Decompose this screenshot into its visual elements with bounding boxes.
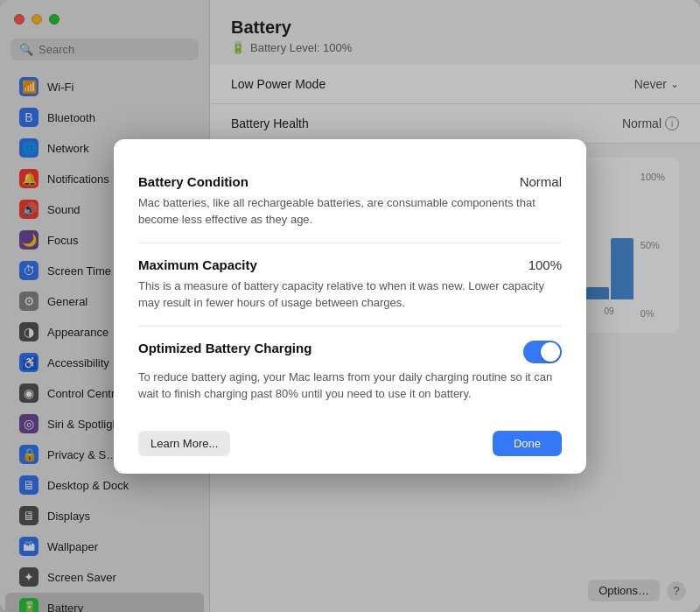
- optimized-charging-header: Optimized Battery Charging: [138, 341, 562, 363]
- max-capacity-title: Maximum Capacity: [138, 257, 257, 272]
- modal-body: Battery Condition Normal Mac batteries, …: [114, 139, 586, 417]
- battery-condition-header: Battery Condition Normal: [138, 174, 562, 189]
- modal-overlay: Battery Condition Normal Mac batteries, …: [0, 0, 700, 612]
- optimized-charging-desc: To reduce battery aging, your Mac learns…: [138, 369, 562, 403]
- battery-condition-section: Battery Condition Normal Mac batteries, …: [138, 160, 562, 243]
- optimized-charging-section: Optimized Battery Charging To reduce bat…: [138, 327, 562, 417]
- max-capacity-desc: This is a measure of battery capacity re…: [138, 278, 562, 312]
- max-capacity-section: Maximum Capacity 100% This is a measure …: [138, 243, 562, 327]
- battery-condition-value: Normal: [520, 174, 562, 189]
- battery-condition-desc: Mac batteries, like all rechargeable bat…: [138, 194, 562, 229]
- max-capacity-value: 100%: [528, 257, 562, 272]
- battery-condition-title: Battery Condition: [138, 174, 248, 189]
- learn-more-button[interactable]: Learn More...: [138, 431, 230, 456]
- optimized-charging-toggle[interactable]: [523, 341, 562, 363]
- done-button[interactable]: Done: [493, 431, 562, 456]
- optimized-charging-title: Optimized Battery Charging: [138, 341, 312, 355]
- modal-footer: Learn More... Done: [114, 417, 586, 474]
- modal-dialog: Battery Condition Normal Mac batteries, …: [114, 139, 586, 474]
- max-capacity-header: Maximum Capacity 100%: [138, 257, 562, 272]
